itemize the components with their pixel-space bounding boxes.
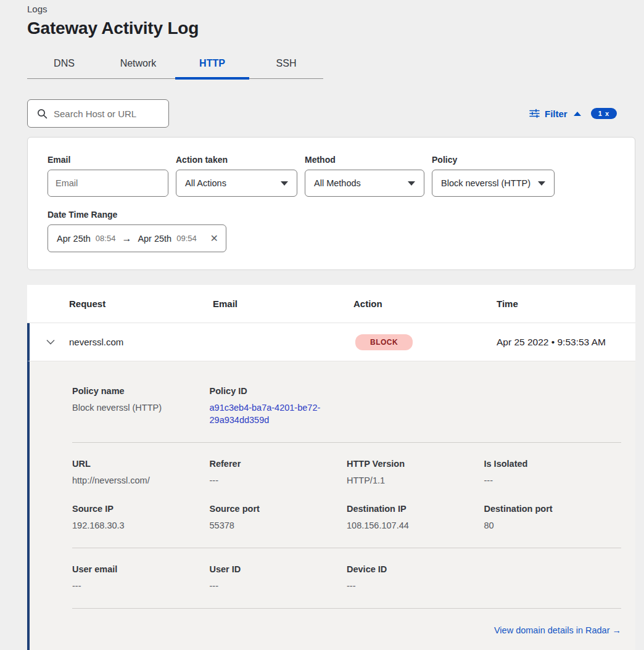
time-cell: Apr 25 2022 • 9:53:53 AM (497, 337, 635, 348)
detail-source-port: Source port 55378 (210, 504, 347, 532)
search-box (27, 99, 169, 128)
filter-controls: Filter 1 x (529, 108, 617, 119)
method-select[interactable]: All Methods (305, 170, 424, 197)
detail-http-version: HTTP Version HTTP/1.1 (347, 459, 484, 487)
filter-count-badge[interactable]: 1 x (591, 108, 617, 119)
method-label: Method (305, 155, 424, 165)
search-input[interactable] (28, 100, 168, 127)
search-icon (37, 109, 47, 119)
referer-value: --- (210, 474, 347, 487)
block-status-badge: BLOCK (355, 334, 413, 350)
device-id-label: Device ID (347, 564, 484, 574)
collapse-caret-icon[interactable] (574, 112, 581, 116)
clear-date-range-icon[interactable]: ✕ (210, 234, 218, 244)
is-isolated-value: --- (484, 474, 622, 487)
destination-ip-label: Destination IP (347, 504, 484, 514)
chevron-down-icon (281, 181, 288, 186)
source-port-value: 55378 (210, 519, 347, 532)
user-email-value: --- (72, 580, 210, 592)
tab-http[interactable]: HTTP (175, 52, 249, 78)
policy-name-value: Block neverssl (HTTP) (72, 401, 210, 414)
page-title: Gateway Activity Log (0, 14, 644, 38)
detail-referer: Referer --- (210, 459, 347, 487)
table-row[interactable]: neverssl.com BLOCK Apr 25 2022 • 9:53:53… (27, 323, 635, 361)
http-version-value: HTTP/1.1 (347, 474, 484, 487)
chevron-down-icon[interactable] (46, 339, 55, 345)
detail-destination-ip: Destination IP 108.156.107.44 (347, 504, 484, 532)
action-taken-label: Action taken (176, 155, 297, 165)
email-filter-input[interactable] (48, 170, 168, 196)
policy-value: Block neverssl (HTTP) (441, 178, 530, 188)
expanded-row-detail: Policy name Block neverssl (HTTP) Policy… (27, 361, 635, 650)
filter-field-date-range: Date Time Range Apr 25th 08:54 → Apr 25t… (47, 210, 226, 252)
url-label: URL (72, 459, 210, 469)
detail-user-email: User email --- (72, 564, 210, 592)
action-taken-value: All Actions (185, 178, 226, 188)
device-id-value: --- (347, 580, 484, 592)
tab-network[interactable]: Network (101, 52, 175, 78)
tab-dns[interactable]: DNS (27, 52, 101, 78)
detail-device-id: Device ID --- (347, 564, 484, 592)
user-id-value: --- (210, 580, 347, 592)
view-in-radar-link[interactable]: View domain details in Radar → (494, 625, 621, 635)
detail-is-isolated: Is Isolated --- (484, 459, 622, 487)
action-taken-select[interactable]: All Actions (176, 170, 297, 197)
source-ip-value: 192.168.30.3 (72, 519, 210, 532)
start-date: Apr 25th (57, 234, 91, 244)
filter-button[interactable]: Filter (545, 109, 568, 119)
detail-policy-name: Policy name Block neverssl (HTTP) (72, 386, 210, 426)
referer-label: Referer (210, 459, 347, 469)
end-time: 09:54 (176, 234, 197, 243)
policy-id-label: Policy ID (210, 386, 347, 396)
policy-label: Policy (432, 155, 555, 165)
email-filter-label: Email (47, 155, 168, 165)
policy-name-label: Policy name (72, 386, 210, 396)
method-value: All Methods (314, 178, 361, 188)
filter-panel: Email Action taken All Actions Method Al… (27, 137, 635, 270)
column-header-email: Email (213, 298, 353, 309)
destination-port-value: 80 (484, 519, 622, 532)
policy-id-link[interactable]: a91c3eb4-ba7a-4201-be72-29a934dd359d (210, 401, 333, 426)
filter-field-policy: Policy Block neverssl (HTTP) (432, 155, 555, 197)
end-date: Apr 25th (138, 234, 171, 244)
section-divider (72, 442, 621, 443)
section-divider (72, 548, 621, 548)
http-version-label: HTTP Version (347, 459, 484, 469)
request-cell: neverssl.com (69, 337, 215, 347)
gateway-activity-log-page: Logs Gateway Activity Log DNS Network HT… (0, 0, 644, 650)
destination-port-label: Destination port (484, 504, 622, 514)
chevron-down-icon (408, 181, 415, 186)
arrow-right-icon: → (120, 233, 133, 244)
detail-destination-port: Destination port 80 (484, 504, 622, 532)
breadcrumb[interactable]: Logs (0, 0, 644, 14)
filter-field-action-taken: Action taken All Actions (176, 155, 297, 197)
detail-policy-id: Policy ID a91c3eb4-ba7a-4201-be72-29a934… (210, 386, 347, 426)
start-time: 08:54 (96, 234, 116, 243)
column-header-action: Action (353, 298, 497, 309)
chevron-down-icon (538, 181, 545, 186)
user-id-label: User ID (210, 564, 347, 574)
policy-select[interactable]: Block neverssl (HTTP) (432, 170, 555, 197)
detail-url: URL http://neverssl.com/ (72, 459, 210, 487)
activity-log-table: Request Email Action Time neverssl.com B… (27, 285, 635, 650)
column-header-request: Request (69, 298, 213, 309)
source-port-label: Source port (210, 504, 347, 514)
column-header-time: Time (497, 298, 635, 309)
filter-field-method: Method All Methods (305, 155, 424, 197)
is-isolated-label: Is Isolated (484, 459, 622, 469)
filter-field-email: Email (47, 155, 168, 197)
section-divider (72, 608, 621, 609)
detail-source-ip: Source IP 192.168.30.3 (72, 504, 210, 532)
tab-ssh[interactable]: SSH (249, 52, 323, 78)
detail-user-id: User ID --- (210, 564, 347, 592)
date-range-label: Date Time Range (47, 210, 226, 220)
filter-sliders-icon (529, 109, 540, 118)
source-ip-label: Source IP (72, 504, 210, 514)
url-value: http://neverssl.com/ (72, 474, 210, 487)
log-type-tabs: DNS Network HTTP SSH (27, 52, 323, 79)
toolbar: Filter 1 x (27, 99, 617, 128)
destination-ip-value: 108.156.107.44 (347, 519, 484, 532)
date-range-picker[interactable]: Apr 25th 08:54 → Apr 25th 09:54 ✕ (47, 224, 226, 252)
table-header: Request Email Action Time (27, 285, 635, 323)
user-email-label: User email (72, 564, 210, 574)
